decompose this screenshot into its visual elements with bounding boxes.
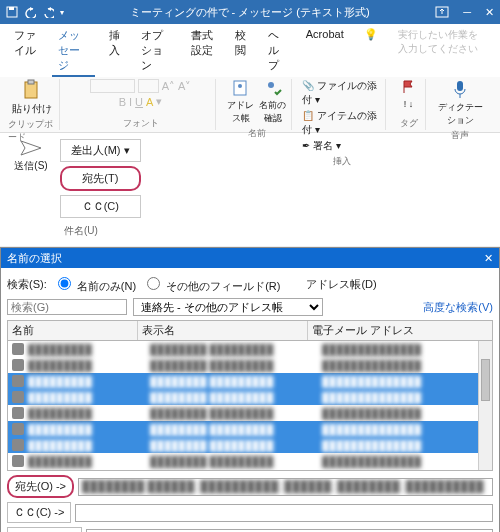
tab-review[interactable]: 校閲	[229, 26, 253, 77]
addressbook-label: アドレス帳(D)	[306, 277, 376, 292]
table-row[interactable]: █████████████████ ██████████████████████…	[8, 437, 492, 453]
voice-group-label: 音声	[451, 129, 469, 142]
select-names-dialog: 名前の選択 ✕ 検索(S): 名前のみ(N) その他のフィールド(R) アドレス…	[0, 247, 500, 532]
tab-message[interactable]: メッセージ	[52, 26, 94, 77]
table-row[interactable]: █████████████████ ██████████████████████…	[8, 389, 492, 405]
send-label[interactable]: 送信(S)	[6, 159, 56, 173]
advanced-search-link[interactable]: 高度な検索(V)	[423, 300, 493, 315]
person-icon	[12, 375, 24, 387]
paste-label: 貼り付け	[12, 102, 52, 116]
to-recipient-field[interactable]: ████████ ██████; ██████████; ██████; ███…	[78, 478, 493, 496]
svg-point-7	[268, 82, 274, 88]
bcc-recipient-button[interactable]: ＢＣＣ(B) ->	[7, 527, 82, 532]
table-row[interactable]: █████████████████ ██████████████████████…	[8, 453, 492, 469]
svg-rect-4	[28, 80, 34, 84]
check-names-button[interactable]: 名前の確認	[258, 79, 287, 125]
subject-label: 件名(U)	[60, 222, 141, 240]
cc-recipient-button[interactable]: ＣＣ(C) ->	[7, 502, 71, 523]
radio-other-fields[interactable]: その他のフィールド(R)	[142, 274, 280, 294]
tab-format[interactable]: 書式設定	[185, 26, 221, 77]
from-button[interactable]: 差出人(M) ▾	[60, 139, 141, 162]
ribbon: 貼り付け クリップボード A˄A˅ B I U A ▾ フォント アドレス帳 名…	[0, 77, 500, 133]
scrollbar[interactable]	[478, 341, 492, 470]
address-book-label: アドレス帳	[226, 99, 255, 125]
close-icon[interactable]: ✕	[485, 6, 494, 19]
cc-recipient-field[interactable]	[75, 504, 493, 522]
addressbook-select[interactable]: 連絡先 - その他のアドレス帳	[133, 298, 323, 316]
col-display[interactable]: 表示名	[138, 321, 308, 340]
person-icon	[12, 439, 24, 451]
address-book-button[interactable]: アドレス帳	[226, 79, 255, 125]
tell-me-text[interactable]: 実行したい作業を入力してください	[392, 26, 492, 77]
svg-rect-8	[457, 81, 463, 91]
col-name[interactable]: 名前	[8, 321, 138, 340]
send-icon[interactable]	[6, 139, 56, 159]
insert-group-label: 挿入	[333, 155, 351, 168]
person-icon	[12, 359, 24, 371]
tab-help[interactable]: ヘルプ	[262, 26, 292, 77]
cc-button[interactable]: ＣＣ(C)	[60, 195, 141, 218]
contacts-grid[interactable]: █████████████████ ██████████████████████…	[7, 341, 493, 471]
flag-button[interactable]	[401, 79, 417, 97]
redo-icon[interactable]	[42, 6, 54, 18]
table-row[interactable]: █████████████████ ██████████████████████…	[8, 357, 492, 373]
font-group-label: フォント	[123, 117, 159, 130]
table-row[interactable]: █████████████████ ██████████████████████…	[8, 421, 492, 437]
names-group-label: 名前	[248, 127, 266, 140]
to-button[interactable]: 宛先(T)	[60, 166, 141, 191]
table-row[interactable]: █████████████████ ██████████████████████…	[8, 405, 492, 421]
person-icon	[12, 407, 24, 419]
undo-icon[interactable]	[24, 6, 36, 18]
tab-options[interactable]: オプション	[135, 26, 177, 77]
paste-button[interactable]: 貼り付け	[12, 79, 52, 116]
scroll-thumb[interactable]	[481, 359, 490, 401]
title-bar: ▾ ミーティングの件で - メッセージ (テキスト形式) ─ ✕	[0, 0, 500, 24]
dialog-close-icon[interactable]: ✕	[484, 252, 493, 265]
bcc-recipient-field[interactable]	[86, 529, 493, 533]
table-row[interactable]: █████████████████ ██████████████████████…	[8, 341, 492, 357]
tab-acrobat[interactable]: Acrobat	[300, 26, 350, 77]
tab-insert[interactable]: 挿入	[103, 26, 127, 77]
window-title: ミーティングの件で - メッセージ (テキスト形式)	[64, 5, 435, 20]
search-label: 検索(S):	[7, 277, 47, 292]
person-icon	[12, 343, 24, 355]
radio-name-only[interactable]: 名前のみ(N)	[53, 274, 136, 294]
minimize-icon[interactable]: ─	[463, 6, 471, 18]
signature-button[interactable]: ✒ 署名 ▾	[302, 139, 341, 153]
tell-me-icon[interactable]: 💡	[358, 26, 384, 77]
person-icon	[12, 391, 24, 403]
compose-header: 送信(S) 差出人(M) ▾ 宛先(T) ＣＣ(C) 件名(U)	[0, 133, 500, 247]
ribbon-tabs: ファイル メッセージ 挿入 オプション 書式設定 校閲 ヘルプ Acrobat …	[0, 24, 500, 77]
window-up-icon[interactable]	[435, 6, 449, 18]
dictation-button[interactable]: ディクテーション	[436, 79, 484, 127]
table-row[interactable]: █████████████████ ██████████████████████…	[8, 373, 492, 389]
person-icon	[12, 455, 24, 467]
tag-group-label: タグ	[400, 117, 418, 130]
tab-file[interactable]: ファイル	[8, 26, 44, 77]
svg-point-6	[238, 84, 242, 88]
check-names-label: 名前の確認	[258, 99, 287, 125]
grid-header: 名前 表示名 電子メール アドレス	[7, 320, 493, 341]
col-email[interactable]: 電子メール アドレス	[308, 321, 492, 340]
attach-file-button[interactable]: 📎 ファイルの添付 ▾	[302, 79, 381, 107]
search-input[interactable]	[7, 299, 127, 315]
dialog-title: 名前の選択	[7, 251, 62, 266]
svg-rect-1	[9, 7, 14, 10]
save-icon[interactable]	[6, 6, 18, 18]
to-recipient-button[interactable]: 宛先(O) ->	[7, 475, 74, 498]
attach-item-button[interactable]: 📋 アイテムの添付 ▾	[302, 109, 381, 137]
person-icon	[12, 423, 24, 435]
